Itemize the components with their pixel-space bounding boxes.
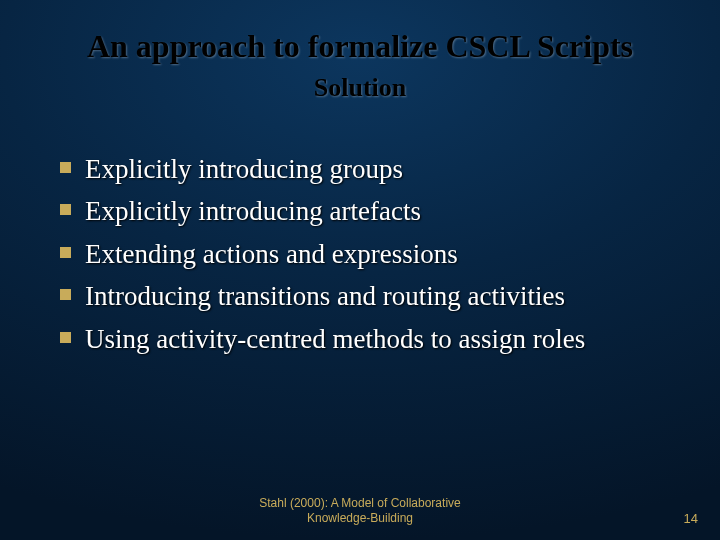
bullet-text: Extending actions and expressions bbox=[85, 236, 458, 272]
footer-line2: Knowledge-Building bbox=[307, 511, 413, 525]
title-block: An approach to formalize CSCL Scripts So… bbox=[0, 0, 720, 103]
bullet-text: Introducing transitions and routing acti… bbox=[85, 278, 565, 314]
list-item: Extending actions and expressions bbox=[60, 236, 680, 272]
page-number: 14 bbox=[684, 511, 698, 526]
square-bullet-icon bbox=[60, 204, 71, 215]
slide-subtitle: Solution bbox=[0, 73, 720, 103]
bullet-text: Explicitly introducing groups bbox=[85, 151, 403, 187]
square-bullet-icon bbox=[60, 162, 71, 173]
list-item: Introducing transitions and routing acti… bbox=[60, 278, 680, 314]
body: Explicitly introducing groups Explicitly… bbox=[0, 151, 720, 357]
slide-title: An approach to formalize CSCL Scripts bbox=[0, 28, 720, 65]
slide: An approach to formalize CSCL Scripts So… bbox=[0, 0, 720, 540]
footer-citation: Stahl (2000): A Model of Collaborative K… bbox=[0, 496, 720, 526]
square-bullet-icon bbox=[60, 247, 71, 258]
square-bullet-icon bbox=[60, 289, 71, 300]
list-item: Using activity-centred methods to assign… bbox=[60, 321, 680, 357]
bullet-text: Explicitly introducing artefacts bbox=[85, 193, 421, 229]
square-bullet-icon bbox=[60, 332, 71, 343]
footer-line1: Stahl (2000): A Model of Collaborative bbox=[259, 496, 460, 510]
bullet-text: Using activity-centred methods to assign… bbox=[85, 321, 585, 357]
list-item: Explicitly introducing groups bbox=[60, 151, 680, 187]
list-item: Explicitly introducing artefacts bbox=[60, 193, 680, 229]
